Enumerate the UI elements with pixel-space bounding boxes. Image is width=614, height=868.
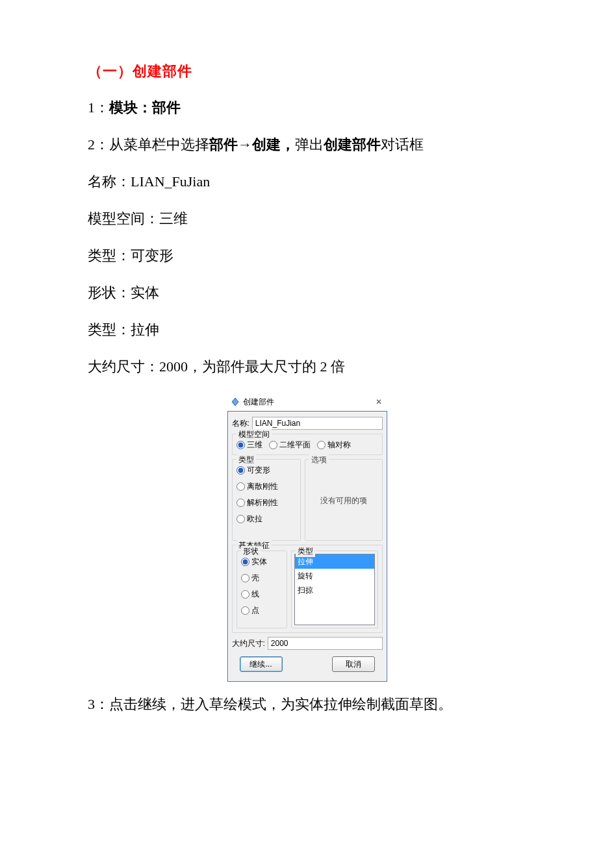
- radio-point-input[interactable]: [241, 606, 249, 615]
- options-group: 选项 没有可用的项: [305, 459, 383, 541]
- type-legend: 类型: [237, 454, 256, 465]
- radio-2d-input[interactable]: [269, 441, 277, 449]
- radio-eulerian-label: 欧拉: [247, 514, 262, 525]
- shape-legend: 形状: [241, 546, 261, 557]
- radio-solid-label: 实体: [251, 556, 267, 567]
- step-2-text-b: 部件→创建，: [209, 136, 295, 153]
- radio-2d-planar[interactable]: 二维平面: [269, 440, 311, 451]
- radio-wire[interactable]: 线: [241, 589, 259, 600]
- radio-point-label: 点: [251, 605, 259, 616]
- options-legend: 选项: [309, 454, 329, 465]
- approx-size-label: 大约尺寸:: [232, 638, 265, 649]
- step-1-prefix: 1：: [88, 99, 109, 116]
- param-name: 名称：LIAN_FuJian: [88, 171, 526, 192]
- param-size-label: 大约尺寸：: [88, 358, 159, 375]
- radio-deformable-label: 可变形: [247, 465, 270, 476]
- param-size-suffix: ，为部件最大尺寸的 2 倍: [188, 358, 345, 375]
- radio-analytical-rigid[interactable]: 解析刚性: [237, 497, 278, 508]
- radio-deformable[interactable]: 可变形: [237, 465, 270, 476]
- radio-solid[interactable]: 实体: [241, 556, 267, 567]
- radio-axi-label: 轴对称: [327, 440, 351, 451]
- modelspace-group: 模型空间 三维 二维平面 轴对称: [232, 434, 383, 455]
- name-label: 名称:: [232, 418, 249, 429]
- radio-analytical-label: 解析刚性: [247, 497, 278, 508]
- radio-analytical-input[interactable]: [237, 499, 245, 507]
- shape-group: 形状 实体 壳: [237, 551, 287, 628]
- radio-3d[interactable]: 三维: [237, 440, 262, 451]
- radio-shell-label: 壳: [251, 573, 259, 584]
- radio-deformable-input[interactable]: [237, 466, 245, 475]
- step-2: 2：从菜单栏中选择部件→创建，弹出创建部件对话框: [88, 134, 526, 155]
- radio-discrete-label: 离散刚性: [247, 481, 278, 492]
- dialog-icon: [230, 397, 240, 407]
- step-1-label: 模块：部件: [109, 99, 181, 116]
- step-2-text-c: 弹出: [295, 136, 324, 153]
- radio-point[interactable]: 点: [241, 605, 259, 616]
- approx-size-row: 大约尺寸:: [232, 637, 383, 650]
- param-type: 类型：可变形: [88, 245, 526, 266]
- feature-type-legend: 类型: [296, 546, 315, 557]
- approx-size-input[interactable]: [268, 637, 383, 650]
- name-input[interactable]: [252, 417, 383, 430]
- param-shape: 形状：实体: [88, 282, 526, 303]
- modelspace-legend: 模型空间: [237, 429, 272, 440]
- radio-3d-label: 三维: [247, 440, 262, 451]
- name-row: 名称:: [232, 417, 383, 430]
- list-item-revolve[interactable]: 旋转: [295, 569, 374, 583]
- radio-wire-label: 线: [251, 589, 259, 600]
- radio-shell[interactable]: 壳: [241, 573, 259, 584]
- dialog-titlebar: 创建部件 ✕: [227, 393, 387, 411]
- step-2-prefix: 2：: [88, 136, 109, 153]
- param-size-value: 2000: [159, 358, 188, 375]
- param-type2: 类型：拉伸: [88, 319, 526, 340]
- close-icon[interactable]: ✕: [373, 397, 385, 406]
- step-2-text-a: 从菜单栏中选择: [109, 136, 209, 153]
- list-item-sweep[interactable]: 扫掠: [295, 583, 374, 597]
- step-2-text-d: 创建部件: [324, 136, 381, 153]
- radio-discrete-input[interactable]: [237, 482, 245, 491]
- radio-discrete-rigid[interactable]: 离散刚性: [237, 481, 278, 492]
- feature-type-listbox[interactable]: 拉伸 旋转 扫掠: [294, 554, 375, 625]
- dialog-title: 创建部件: [243, 397, 274, 408]
- param-modelspace: 模型空间：三维: [88, 208, 526, 229]
- radio-3d-input[interactable]: [237, 441, 245, 449]
- radio-axi-input[interactable]: [317, 441, 326, 449]
- section-heading: （一）创建部件: [88, 62, 526, 81]
- step-2-text-e: 对话框: [381, 136, 424, 153]
- continue-button[interactable]: 继续...: [240, 656, 283, 672]
- radio-axisymmetric[interactable]: 轴对称: [317, 440, 351, 451]
- type-group: 类型 可变形 离散刚性 解: [232, 459, 301, 541]
- dialog-body: 名称: 模型空间 三维 二维平面: [227, 411, 387, 682]
- radio-2d-label: 二维平面: [279, 440, 311, 451]
- step-3: 3：点击继续，进入草绘模式，为实体拉伸绘制截面草图。: [88, 693, 526, 715]
- radio-eulerian[interactable]: 欧拉: [237, 514, 262, 525]
- base-feature-group: 基本特征 形状 实体 壳: [232, 545, 383, 633]
- radio-solid-input[interactable]: [241, 558, 249, 566]
- cancel-button[interactable]: 取消: [332, 656, 375, 672]
- radio-shell-input[interactable]: [241, 574, 249, 582]
- options-empty-text: 没有可用的项: [320, 495, 367, 506]
- feature-type-group: 类型 拉伸 旋转 扫掠: [291, 551, 378, 628]
- radio-eulerian-input[interactable]: [237, 515, 245, 523]
- svg-marker-0: [232, 398, 238, 406]
- radio-wire-input[interactable]: [241, 590, 249, 599]
- step-1: 1：模块：部件: [88, 97, 526, 118]
- create-part-dialog: 创建部件 ✕ 名称: 模型空间 三维: [227, 393, 387, 682]
- param-size: 大约尺寸：2000，为部件最大尺寸的 2 倍: [88, 356, 526, 377]
